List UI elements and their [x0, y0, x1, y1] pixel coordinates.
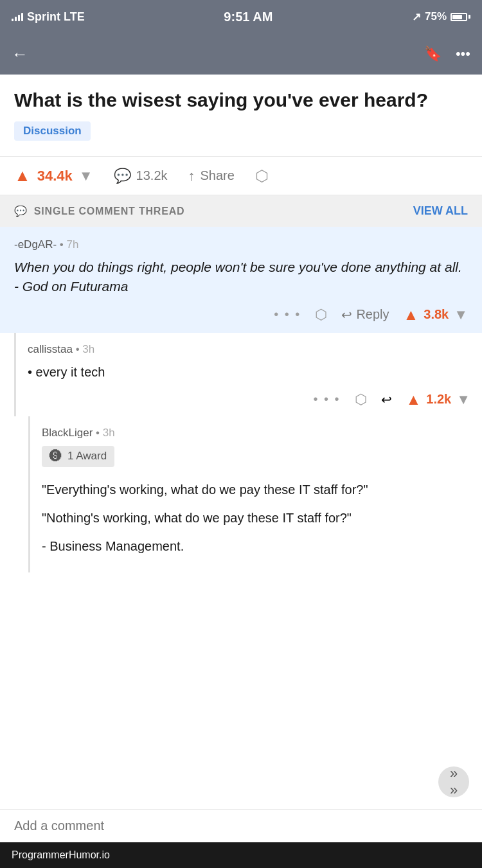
comment-input-bar — [0, 809, 482, 842]
nested-1-upvote[interactable]: ▲ — [406, 391, 422, 409]
bookmark-icon[interactable]: 🔖 — [424, 46, 442, 62]
nav-bar: ← 🔖 ••• — [0, 33, 482, 75]
top-comment-vote-count: 3.8k — [424, 307, 449, 322]
comments-section: -eDgAR- • 7h When you do things right, p… — [0, 227, 482, 572]
nested-2-author: BlackLiger — [42, 427, 93, 439]
thread-label-text: SINGLE COMMENT THREAD — [34, 206, 185, 217]
thread-icon: 💬 — [14, 205, 28, 217]
comments-count: 13.2k — [136, 168, 168, 183]
reply-button[interactable]: Reply — [356, 307, 389, 322]
upvote-button[interactable]: ▲ — [14, 166, 31, 186]
share-icon: ↑ — [188, 168, 195, 184]
top-comment-meta: -eDgAR- • 7h — [14, 238, 468, 251]
battery-percent: 75% — [425, 10, 447, 23]
nested-1-actions: • • • ⬡ ↩ ▲ 1.2k ▼ — [28, 391, 470, 409]
top-comment-body: When you do things right, people won't b… — [14, 258, 468, 297]
comment-input[interactable] — [14, 819, 468, 833]
thread-label: 💬 SINGLE COMMENT THREAD — [14, 205, 184, 217]
nested-1-more[interactable]: • • • — [313, 392, 340, 407]
more-options-icon[interactable]: ••• — [456, 46, 470, 62]
status-left: Sprint LTE — [12, 10, 85, 24]
battery-icon — [451, 13, 470, 21]
action-row: ▲ 34.4k ▼ 💬 13.2k ↑ Share ⬡ — [0, 156, 482, 195]
nested-comment-1-meta: callisstaa • 3h — [28, 343, 470, 356]
reply-icon: ↩ — [341, 307, 352, 323]
branding-bar: ProgrammerHumor.io — [0, 842, 482, 868]
status-bar: Sprint LTE 9:51 AM ↗ 75% — [0, 0, 482, 33]
nested-1-vote-count: 1.2k — [426, 392, 451, 407]
status-right: ↗ 75% — [412, 10, 470, 24]
nested-2-body1: "Everything's working, what do we pay th… — [42, 480, 470, 499]
thread-banner: 💬 SINGLE COMMENT THREAD VIEW ALL — [0, 195, 482, 227]
nested-1-downvote[interactable]: ▼ — [456, 391, 470, 408]
nested-1-reply-icon[interactable]: ↩ — [381, 392, 392, 407]
nested-2-body2: "Nothing's working, what do we pay these… — [42, 508, 470, 527]
nested-2-time: 3h — [103, 427, 115, 439]
vote-group: ▲ 34.4k ▼ — [14, 166, 93, 186]
more-options-button[interactable]: • • • — [274, 307, 301, 322]
post-tag[interactable]: Discussion — [14, 121, 91, 141]
award-icon[interactable]: ⬡ — [255, 167, 269, 185]
back-button[interactable]: ← — [12, 44, 28, 64]
signal-icon — [12, 12, 23, 21]
top-comment-time: 7h — [67, 238, 79, 251]
top-comment-author: -eDgAR- — [14, 238, 57, 251]
award-button[interactable]: ⬡ — [315, 306, 327, 323]
status-time: 9:51 AM — [224, 10, 272, 24]
post-title: What is the wisest saying you've ever he… — [14, 87, 468, 112]
top-comment: -eDgAR- • 7h When you do things right, p… — [0, 227, 482, 333]
top-comment-votes: ▲ 3.8k ▼ — [404, 306, 468, 324]
nested-1-award[interactable]: ⬡ — [355, 391, 367, 408]
reply-group: ↩ Reply — [341, 307, 389, 323]
nested-1-votes: ▲ 1.2k ▼ — [406, 391, 470, 409]
nested-comment-2: BlackLiger • 3h 🅢 1 Award "Everything's … — [28, 416, 482, 572]
nested-1-body: every it tech — [28, 362, 470, 382]
branding-label: ProgrammerHumor.io — [12, 849, 110, 861]
award-badge-icon: 🅢 — [49, 449, 62, 464]
location-icon: ↗ — [412, 10, 421, 24]
post-header: What is the wisest saying you've ever he… — [0, 75, 482, 156]
vote-count: 34.4k — [37, 168, 73, 184]
nested-2-body3: - Business Management. — [42, 536, 470, 556]
top-comment-actions: • • • ⬡ ↩ Reply ▲ 3.8k ▼ — [14, 306, 468, 324]
award-badge: 🅢 1 Award — [42, 446, 114, 467]
share-label: Share — [201, 168, 235, 183]
share-action[interactable]: ↑ Share — [188, 168, 235, 184]
nested-comment-1: callisstaa • 3h every it tech • • • ⬡ ↩ … — [14, 333, 482, 416]
carrier-label: Sprint LTE — [27, 10, 85, 24]
top-comment-downvote[interactable]: ▼ — [454, 306, 468, 323]
nested-1-time: 3h — [82, 343, 94, 355]
nav-actions: 🔖 ••• — [424, 46, 470, 62]
comments-icon: 💬 — [114, 168, 131, 184]
comments-action[interactable]: 💬 13.2k — [114, 168, 168, 184]
nested-comment-2-meta: BlackLiger • 3h — [42, 427, 470, 439]
view-all-button[interactable]: VIEW ALL — [413, 204, 468, 218]
top-comment-upvote[interactable]: ▲ — [404, 306, 419, 324]
downvote-button[interactable]: ▼ — [79, 168, 93, 184]
scroll-down-indicator[interactable]: »» — [438, 766, 469, 797]
nested-1-author: callisstaa — [28, 343, 73, 355]
award-badge-label: 1 Award — [67, 450, 107, 463]
